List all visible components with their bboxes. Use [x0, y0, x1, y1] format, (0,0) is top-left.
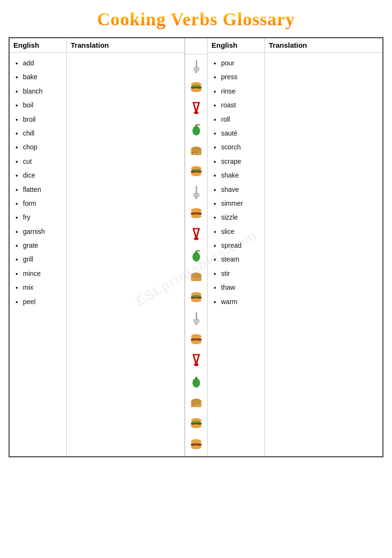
glossary-table: English addbakeblanchboilbroilchillchopc…: [9, 37, 383, 457]
svg-point-44: [191, 340, 201, 344]
spatula-icon: [189, 59, 204, 74]
list-item: add: [23, 56, 63, 70]
svg-rect-41: [195, 323, 197, 325]
list-item: warm: [221, 295, 261, 309]
bread-icon: [189, 143, 204, 158]
svg-line-46: [196, 355, 199, 364]
svg-point-52: [191, 399, 201, 404]
svg-rect-23: [195, 197, 197, 199]
svg-rect-21: [196, 186, 197, 194]
svg-rect-40: [194, 319, 199, 323]
list-item: bake: [23, 70, 63, 84]
svg-rect-0: [196, 60, 197, 68]
svg-point-6: [192, 85, 201, 87]
list-item: mix: [23, 281, 63, 295]
list-item: peel: [23, 295, 63, 309]
svg-point-29: [194, 237, 199, 240]
tongs3-icon: [189, 353, 204, 368]
svg-point-49: [192, 378, 200, 388]
svg-point-26: [191, 214, 201, 218]
main-content: ESLprintables.com English addbakeblanchb…: [9, 37, 383, 457]
svg-line-27: [193, 229, 196, 238]
burger3-icon: [189, 206, 204, 221]
svg-rect-15: [192, 152, 194, 153]
list-item: boil: [23, 98, 63, 112]
icon-row: [189, 245, 204, 265]
spatula3-icon: [189, 311, 204, 326]
icon-row: [189, 392, 204, 412]
svg-point-42: [191, 334, 201, 339]
list-item: pour: [221, 56, 261, 70]
svg-point-47: [194, 363, 199, 366]
left-translation-col: Translation: [67, 38, 184, 456]
svg-line-28: [196, 229, 199, 238]
svg-rect-2: [195, 71, 197, 73]
icon-row: [189, 203, 204, 223]
list-item: flatten: [23, 183, 63, 197]
icon-row: [189, 161, 204, 181]
list-item: sizzle: [221, 211, 261, 224]
burger6-icon: [189, 416, 204, 431]
icon-row: [189, 434, 204, 454]
list-item: scorch: [221, 140, 261, 154]
tongs-icon: [189, 101, 204, 116]
svg-rect-53: [192, 404, 194, 405]
list-item: rinse: [221, 84, 261, 98]
spatula2-icon: [189, 185, 204, 200]
svg-point-60: [191, 445, 201, 449]
icon-row: [189, 56, 204, 76]
svg-point-20: [192, 169, 201, 171]
left-section: English addbakeblanchboilbroilchillchopc…: [10, 38, 185, 456]
left-translation-content: [67, 53, 184, 60]
icon-row: [189, 119, 204, 139]
svg-rect-50: [195, 377, 197, 379]
icon-row: [189, 371, 204, 391]
svg-rect-1: [194, 67, 199, 71]
svg-point-57: [192, 421, 201, 423]
list-item: stir: [221, 267, 261, 281]
tongs2-icon: [189, 227, 204, 242]
svg-rect-39: [196, 312, 197, 320]
list-item: fry: [23, 211, 63, 224]
right-translation-header: Translation: [265, 38, 382, 53]
svg-point-38: [192, 295, 201, 297]
svg-line-7: [193, 103, 196, 112]
icon-row: [189, 350, 204, 370]
list-item: mince: [23, 267, 63, 281]
right-section: English pourpressrinseroastrollsautéscor…: [208, 38, 382, 456]
left-english-content: addbakeblanchboilbroilchillchopcutdicefl…: [10, 53, 66, 313]
left-translation-header: Translation: [67, 38, 184, 53]
list-item: spread: [221, 239, 261, 253]
icon-row: [189, 329, 204, 349]
svg-point-14: [191, 147, 201, 152]
burger5-icon: [189, 332, 204, 347]
burger-icon: [189, 80, 204, 95]
pepper-icon: [189, 122, 204, 137]
list-item: steam: [221, 253, 261, 266]
right-english-content: pourpressrinseroastrollsautéscorchscrape…: [208, 53, 265, 313]
list-item: form: [23, 197, 63, 211]
list-item: chop: [23, 140, 63, 154]
right-translation-col: Translation: [265, 38, 382, 456]
burger4-icon: [189, 290, 204, 305]
icons-header-spacer: [185, 38, 207, 54]
icon-row: [189, 266, 204, 286]
list-item: shave: [221, 183, 261, 197]
svg-line-8: [196, 103, 199, 112]
svg-line-45: [193, 355, 196, 364]
list-item: press: [221, 70, 261, 84]
burger2-icon: [189, 164, 204, 179]
list-item: grate: [23, 239, 63, 253]
svg-point-31: [192, 252, 200, 262]
svg-point-5: [191, 88, 201, 92]
icon-row: [189, 224, 204, 244]
icon-row: [189, 140, 204, 160]
list-item: roll: [221, 113, 261, 126]
page-title: Cooking Verbs Glossary: [97, 9, 295, 30]
icon-row: [189, 413, 204, 433]
list-item: garnish: [23, 225, 63, 239]
list-item: simmer: [221, 197, 261, 211]
left-english-header: English: [10, 38, 66, 53]
list-item: slice: [221, 225, 261, 239]
svg-point-37: [191, 298, 201, 302]
